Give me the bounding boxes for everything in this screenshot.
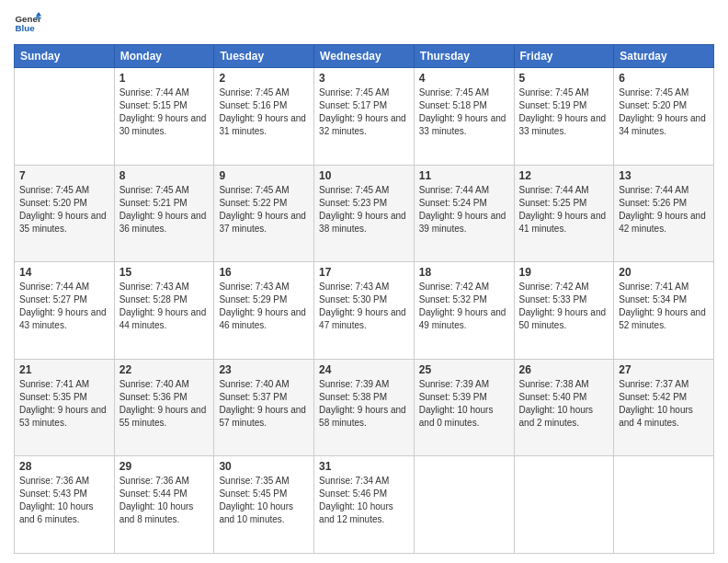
calendar-cell: 30Sunrise: 7:35 AMSunset: 5:45 PMDayligh… xyxy=(214,456,314,554)
calendar-cell: 18Sunrise: 7:42 AMSunset: 5:32 PMDayligh… xyxy=(414,262,514,360)
col-saturday: Saturday xyxy=(614,45,714,68)
day-number: 28 xyxy=(19,460,109,473)
day-info: Sunrise: 7:44 AMSunset: 5:27 PMDaylight:… xyxy=(19,281,109,332)
calendar-cell: 3Sunrise: 7:45 AMSunset: 5:17 PMDaylight… xyxy=(314,68,415,166)
day-info: Sunrise: 7:39 AMSunset: 5:38 PMDaylight:… xyxy=(319,378,409,430)
header: General Blue xyxy=(14,9,714,37)
calendar-cell: 22Sunrise: 7:40 AMSunset: 5:36 PMDayligh… xyxy=(114,359,214,456)
day-number: 13 xyxy=(619,169,709,182)
calendar-cell: 16Sunrise: 7:43 AMSunset: 5:29 PMDayligh… xyxy=(214,262,314,360)
page: General Blue Sunday Monday Tuesday Wedne… xyxy=(0,0,728,563)
day-info: Sunrise: 7:45 AMSunset: 5:16 PMDaylight:… xyxy=(219,86,309,138)
calendar-cell: 25Sunrise: 7:39 AMSunset: 5:39 PMDayligh… xyxy=(414,359,514,456)
day-info: Sunrise: 7:45 AMSunset: 5:17 PMDaylight:… xyxy=(319,86,409,138)
day-number: 4 xyxy=(419,72,509,85)
day-info: Sunrise: 7:45 AMSunset: 5:21 PMDaylight:… xyxy=(119,184,210,236)
day-info: Sunrise: 7:42 AMSunset: 5:33 PMDaylight:… xyxy=(519,281,609,332)
day-number: 21 xyxy=(19,363,109,376)
day-info: Sunrise: 7:40 AMSunset: 5:36 PMDaylight:… xyxy=(119,378,210,430)
week-row-2: 7Sunrise: 7:45 AMSunset: 5:20 PMDaylight… xyxy=(15,165,714,262)
calendar-cell: 28Sunrise: 7:36 AMSunset: 5:43 PMDayligh… xyxy=(15,456,115,554)
day-number: 3 xyxy=(319,72,409,85)
day-info: Sunrise: 7:45 AMSunset: 5:20 PMDaylight:… xyxy=(19,184,109,236)
calendar-cell: 24Sunrise: 7:39 AMSunset: 5:38 PMDayligh… xyxy=(314,359,415,456)
calendar-cell: 15Sunrise: 7:43 AMSunset: 5:28 PMDayligh… xyxy=(114,262,214,360)
day-info: Sunrise: 7:35 AMSunset: 5:45 PMDaylight:… xyxy=(219,475,309,526)
calendar-cell: 11Sunrise: 7:44 AMSunset: 5:24 PMDayligh… xyxy=(414,165,514,262)
day-number: 18 xyxy=(419,266,509,279)
calendar-cell xyxy=(514,456,614,554)
day-number: 6 xyxy=(619,72,709,85)
calendar-cell: 27Sunrise: 7:37 AMSunset: 5:42 PMDayligh… xyxy=(614,359,714,456)
day-info: Sunrise: 7:42 AMSunset: 5:32 PMDaylight:… xyxy=(419,281,509,332)
calendar-cell: 13Sunrise: 7:44 AMSunset: 5:26 PMDayligh… xyxy=(614,165,714,262)
day-number: 27 xyxy=(619,363,709,376)
calendar-cell: 21Sunrise: 7:41 AMSunset: 5:35 PMDayligh… xyxy=(15,359,115,456)
day-number: 19 xyxy=(519,266,609,279)
col-monday: Monday xyxy=(114,45,214,68)
day-number: 1 xyxy=(119,72,210,85)
day-number: 10 xyxy=(319,169,409,182)
day-number: 20 xyxy=(619,266,709,279)
calendar-cell: 6Sunrise: 7:45 AMSunset: 5:20 PMDaylight… xyxy=(614,68,714,166)
day-info: Sunrise: 7:41 AMSunset: 5:34 PMDaylight:… xyxy=(619,281,709,332)
calendar-cell: 9Sunrise: 7:45 AMSunset: 5:22 PMDaylight… xyxy=(214,165,314,262)
day-number: 12 xyxy=(519,169,609,182)
col-sunday: Sunday xyxy=(15,45,115,68)
week-row-4: 21Sunrise: 7:41 AMSunset: 5:35 PMDayligh… xyxy=(15,359,714,456)
day-info: Sunrise: 7:36 AMSunset: 5:44 PMDaylight:… xyxy=(119,475,210,526)
day-number: 16 xyxy=(219,266,309,279)
day-info: Sunrise: 7:40 AMSunset: 5:37 PMDaylight:… xyxy=(219,378,309,430)
day-number: 15 xyxy=(119,266,210,279)
day-info: Sunrise: 7:36 AMSunset: 5:43 PMDaylight:… xyxy=(19,475,109,526)
col-friday: Friday xyxy=(514,45,614,68)
day-info: Sunrise: 7:44 AMSunset: 5:15 PMDaylight:… xyxy=(119,86,210,138)
day-number: 14 xyxy=(19,266,109,279)
calendar-cell: 19Sunrise: 7:42 AMSunset: 5:33 PMDayligh… xyxy=(514,262,614,360)
day-number: 22 xyxy=(119,363,210,376)
calendar-cell: 7Sunrise: 7:45 AMSunset: 5:20 PMDaylight… xyxy=(15,165,115,262)
day-number: 30 xyxy=(219,460,309,473)
day-number: 17 xyxy=(319,266,409,279)
day-number: 8 xyxy=(119,169,210,182)
calendar-cell: 29Sunrise: 7:36 AMSunset: 5:44 PMDayligh… xyxy=(114,456,214,554)
calendar-cell: 23Sunrise: 7:40 AMSunset: 5:37 PMDayligh… xyxy=(214,359,314,456)
day-info: Sunrise: 7:43 AMSunset: 5:30 PMDaylight:… xyxy=(319,281,409,332)
day-info: Sunrise: 7:45 AMSunset: 5:22 PMDaylight:… xyxy=(219,184,309,236)
day-info: Sunrise: 7:43 AMSunset: 5:28 PMDaylight:… xyxy=(119,281,210,332)
svg-text:Blue: Blue xyxy=(16,23,36,33)
day-info: Sunrise: 7:38 AMSunset: 5:40 PMDaylight:… xyxy=(519,378,609,430)
week-row-3: 14Sunrise: 7:44 AMSunset: 5:27 PMDayligh… xyxy=(15,262,714,360)
calendar-cell: 2Sunrise: 7:45 AMSunset: 5:16 PMDaylight… xyxy=(214,68,314,166)
day-info: Sunrise: 7:43 AMSunset: 5:29 PMDaylight:… xyxy=(219,281,309,332)
calendar-cell: 1Sunrise: 7:44 AMSunset: 5:15 PMDaylight… xyxy=(114,68,214,166)
day-info: Sunrise: 7:44 AMSunset: 5:25 PMDaylight:… xyxy=(519,184,609,236)
calendar-cell: 5Sunrise: 7:45 AMSunset: 5:19 PMDaylight… xyxy=(514,68,614,166)
day-info: Sunrise: 7:39 AMSunset: 5:39 PMDaylight:… xyxy=(419,378,509,430)
day-info: Sunrise: 7:45 AMSunset: 5:23 PMDaylight:… xyxy=(319,184,409,236)
logo: General Blue xyxy=(14,9,41,37)
day-number: 25 xyxy=(419,363,509,376)
day-number: 2 xyxy=(219,72,309,85)
calendar-cell: 12Sunrise: 7:44 AMSunset: 5:25 PMDayligh… xyxy=(514,165,614,262)
day-info: Sunrise: 7:44 AMSunset: 5:26 PMDaylight:… xyxy=(619,184,709,236)
calendar-cell: 17Sunrise: 7:43 AMSunset: 5:30 PMDayligh… xyxy=(314,262,415,360)
calendar-cell xyxy=(614,456,714,554)
day-info: Sunrise: 7:41 AMSunset: 5:35 PMDaylight:… xyxy=(19,378,109,430)
calendar-table: Sunday Monday Tuesday Wednesday Thursday… xyxy=(14,44,714,554)
day-number: 29 xyxy=(119,460,210,473)
day-number: 7 xyxy=(19,169,109,182)
day-number: 26 xyxy=(519,363,609,376)
calendar-cell xyxy=(414,456,514,554)
header-row: Sunday Monday Tuesday Wednesday Thursday… xyxy=(15,45,714,68)
day-info: Sunrise: 7:45 AMSunset: 5:20 PMDaylight:… xyxy=(619,86,709,138)
day-number: 24 xyxy=(319,363,409,376)
col-tuesday: Tuesday xyxy=(214,45,314,68)
col-thursday: Thursday xyxy=(414,45,514,68)
day-number: 5 xyxy=(519,72,609,85)
calendar-cell: 10Sunrise: 7:45 AMSunset: 5:23 PMDayligh… xyxy=(314,165,415,262)
week-row-1: 1Sunrise: 7:44 AMSunset: 5:15 PMDaylight… xyxy=(15,68,714,166)
day-info: Sunrise: 7:37 AMSunset: 5:42 PMDaylight:… xyxy=(619,378,709,430)
logo-icon: General Blue xyxy=(14,9,41,37)
calendar-cell: 20Sunrise: 7:41 AMSunset: 5:34 PMDayligh… xyxy=(614,262,714,360)
